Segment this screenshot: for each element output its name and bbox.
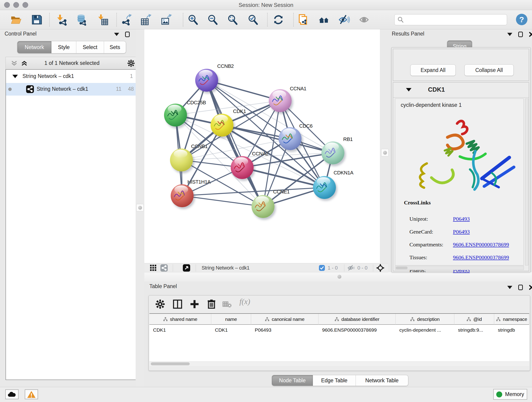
- import-table-icon[interactable]: [97, 14, 109, 26]
- network-node-ccnb1[interactable]: [170, 148, 193, 172]
- table-cell[interactable]: stringdb: [494, 325, 529, 335]
- clone-network-icon[interactable]: [298, 14, 309, 26]
- expand-all-button[interactable]: Expand All: [410, 64, 456, 76]
- left-splitter[interactable]: [136, 29, 144, 387]
- tab-sets[interactable]: Sets: [104, 41, 126, 53]
- crosslink-link[interactable]: P06493: [453, 229, 470, 235]
- close-panel-icon[interactable]: [529, 32, 532, 37]
- tab-network-table[interactable]: Network Table: [356, 375, 408, 386]
- collapse-panel-icon[interactable]: [507, 33, 512, 36]
- column-header-description[interactable]: description: [396, 314, 454, 325]
- network-node-hist1h1a[interactable]: [171, 184, 194, 207]
- help-button[interactable]: ?: [516, 14, 527, 25]
- cloud-button[interactable]: [5, 389, 19, 399]
- network-node-cdk1[interactable]: [210, 114, 234, 137]
- float-panel-icon[interactable]: [518, 32, 523, 37]
- add-column-icon[interactable]: [190, 299, 200, 309]
- float-panel-icon[interactable]: [518, 285, 523, 290]
- float-panel-icon[interactable]: [125, 32, 130, 37]
- fit-selection-crosshair-icon[interactable]: [376, 264, 385, 272]
- tab-node-table[interactable]: Node Table: [272, 375, 313, 386]
- left-splitter-handle[interactable]: [136, 204, 144, 211]
- show-columns-icon[interactable]: [172, 299, 183, 309]
- table-options-gear-icon[interactable]: [155, 299, 165, 309]
- results-vertical-scrollbar[interactable]: [525, 99, 528, 265]
- network-edge[interactable]: [182, 196, 263, 206]
- grid-view-icon[interactable]: [150, 265, 157, 271]
- column-header-shared-name[interactable]: shared name: [149, 314, 211, 325]
- network-node-ccne1[interactable]: [252, 195, 274, 218]
- column-header-database-identifier[interactable]: database identifier: [318, 314, 396, 325]
- network-birdseye-icon[interactable]: [160, 264, 168, 272]
- hide-selected-icon[interactable]: [338, 14, 350, 26]
- import-network-file-icon[interactable]: [56, 14, 68, 26]
- network-node-cdc6[interactable]: [279, 127, 302, 150]
- selected-checkbox-icon[interactable]: [319, 265, 325, 271]
- zoom-out-icon[interactable]: [207, 14, 219, 26]
- column-header-name[interactable]: name: [211, 314, 251, 325]
- network-options-gear-icon[interactable]: [127, 59, 135, 67]
- tab-select[interactable]: Select: [76, 41, 104, 53]
- column-header--id[interactable]: @id: [454, 314, 494, 325]
- home-networks-icon[interactable]: [318, 14, 330, 26]
- network-node-ccna2[interactable]: [231, 156, 254, 179]
- open-session-icon[interactable]: [10, 14, 22, 26]
- collapse-all-button[interactable]: Collapse All: [464, 64, 514, 76]
- network-node-ccna1[interactable]: [269, 89, 292, 112]
- table-cell[interactable]: stringdb:9...: [454, 325, 494, 335]
- network-row[interactable]: String Network – cdk1 11 48: [6, 83, 138, 96]
- delete-table-icon[interactable]: [222, 301, 232, 308]
- refresh-icon[interactable]: [272, 14, 284, 26]
- zoom-fit-icon[interactable]: [227, 14, 239, 26]
- section-collapse-icon[interactable]: [406, 88, 412, 91]
- table-cell[interactable]: CDK1: [149, 325, 211, 335]
- network-node-cdkn1a[interactable]: [313, 176, 336, 199]
- horizontal-splitter[interactable]: [144, 272, 532, 281]
- crosslink-link[interactable]: 9606.ENSP00000378699: [453, 242, 509, 248]
- warnings-button[interactable]: [25, 389, 38, 399]
- node-label-cdc25b: CDC25B: [187, 100, 206, 106]
- horizontal-splitter-handle[interactable]: [337, 275, 341, 279]
- crosslink-link[interactable]: P06493: [453, 216, 470, 222]
- import-network-database-icon[interactable]: [76, 14, 88, 26]
- zoom-in-icon[interactable]: [187, 14, 199, 26]
- network-node-cdc25b[interactable]: [164, 104, 187, 127]
- tree-expand-icon[interactable]: [12, 75, 18, 78]
- gene-section-header[interactable]: CDK1: [393, 83, 529, 98]
- detach-view-icon[interactable]: [183, 264, 190, 272]
- network-node-rb1[interactable]: [322, 141, 344, 164]
- table-cell[interactable]: CDK1: [211, 325, 251, 335]
- table-cell[interactable]: 9606.ENSP00000378699: [318, 325, 396, 335]
- collapse-panel-icon[interactable]: [114, 33, 119, 36]
- crosslink-link[interactable]: 9606.ENSP00000378699: [453, 254, 509, 260]
- close-panel-icon[interactable]: [529, 285, 532, 290]
- memory-button[interactable]: Memory: [493, 389, 527, 400]
- export-image-icon[interactable]: [160, 14, 172, 26]
- tab-network[interactable]: Network: [17, 41, 51, 53]
- tab-style[interactable]: Style: [51, 41, 76, 53]
- column-header-namespace[interactable]: namespace: [494, 314, 529, 325]
- scrollbar-thumb[interactable]: [151, 362, 190, 365]
- show-hidden-icon[interactable]: [358, 14, 370, 26]
- function-builder-icon[interactable]: f(x): [239, 297, 258, 307]
- table-row[interactable]: CDK1CDK1P064939606.ENSP00000378699cyclin…: [149, 325, 529, 335]
- zoom-selected-icon[interactable]: [247, 14, 259, 26]
- right-splitter-handle[interactable]: [381, 149, 389, 156]
- table-cell[interactable]: P06493: [251, 325, 318, 335]
- tab-edge-table[interactable]: Edge Table: [313, 375, 356, 386]
- right-splitter[interactable]: [380, 29, 390, 263]
- table-horizontal-scrollbar[interactable]: [149, 361, 529, 366]
- network-canvas[interactable]: CCNB2CCNA1CDC25BCDK1CDC6RB1CCNB1CCNA2CDK…: [144, 29, 380, 263]
- column-header-canonical-name[interactable]: canonical name: [251, 314, 318, 325]
- export-table-icon[interactable]: [140, 14, 152, 26]
- export-network-icon[interactable]: [120, 14, 132, 26]
- delete-column-trash-icon[interactable]: [206, 299, 216, 309]
- save-session-icon[interactable]: [31, 14, 43, 26]
- results-horizontal-scrollbar[interactable]: [395, 266, 524, 270]
- network-edge[interactable]: [207, 80, 263, 206]
- search-input[interactable]: [404, 17, 502, 23]
- network-collection-row[interactable]: String Network – cdk1 1: [6, 70, 138, 83]
- network-node-ccnb2[interactable]: [195, 69, 218, 92]
- table-cell[interactable]: cyclin-dependent ...: [396, 325, 454, 335]
- collapse-panel-icon[interactable]: [507, 286, 512, 289]
